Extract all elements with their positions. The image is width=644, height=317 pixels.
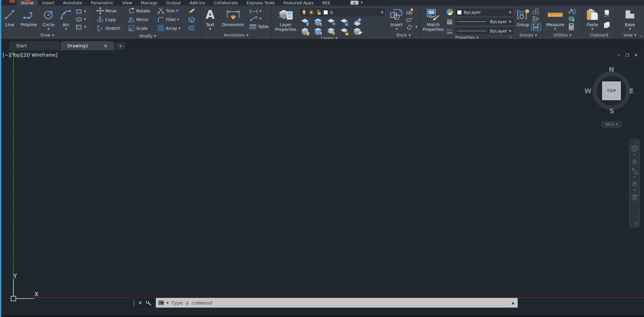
match-properties-button[interactable]: Match Properties: [422, 7, 445, 35]
layer-lock-icon[interactable]: [340, 18, 350, 26]
stretch-button[interactable]: Stretch: [95, 24, 124, 32]
layer-unisolate-icon[interactable]: [314, 27, 324, 36]
viewcube-face-top[interactable]: TOP: [602, 81, 621, 100]
command-input[interactable]: ▼ Type a command ▲: [156, 298, 518, 308]
pan-button[interactable]: [631, 157, 638, 166]
quick-select-button[interactable]: [567, 8, 579, 15]
linetype-icon[interactable]: [446, 28, 453, 34]
polyline-button[interactable]: Polyline: [19, 7, 39, 31]
fillet-button[interactable]: Fillet ▼: [156, 15, 184, 23]
navwheel-caret-icon[interactable]: ▼: [634, 153, 635, 157]
circle-button[interactable]: Circle ▼: [40, 7, 58, 31]
command-recent-caret-icon[interactable]: ▼: [167, 301, 169, 305]
tab-insert[interactable]: Insert: [38, 0, 59, 6]
text-button[interactable]: A Text ▼: [202, 7, 218, 31]
viewcube-west[interactable]: W: [584, 87, 591, 94]
tab-view[interactable]: View: [118, 0, 137, 6]
select-similar-button[interactable]: [567, 15, 579, 22]
tab-collaborate[interactable]: Collaborate: [209, 0, 242, 6]
offset-button[interactable]: [187, 24, 200, 32]
panel-label-annotation[interactable]: Annotation ▼: [201, 31, 271, 39]
create-block-button[interactable]: [405, 8, 418, 15]
quick-calculator-button[interactable]: [567, 23, 579, 31]
group-edit-button[interactable]: [531, 15, 541, 22]
layer-off-icon[interactable]: [301, 18, 311, 26]
tab-ree[interactable]: REE: [318, 0, 335, 6]
file-tab-drawing1[interactable]: Drawing1 ✕: [61, 41, 114, 50]
base-button[interactable]: Base ▼: [621, 7, 639, 31]
quick-access-icon[interactable]: [9, 0, 15, 3]
group-selection-toggle[interactable]: [531, 23, 541, 31]
layer-on-icon[interactable]: [301, 27, 311, 36]
ungroup-button[interactable]: [531, 8, 541, 15]
panel-label-view[interactable]: View ▼ ↘: [616, 31, 644, 39]
quick-access-icon[interactable]: [25, 0, 30, 3]
move-button[interactable]: Move: [95, 7, 124, 15]
panel-label-block[interactable]: Block ▼: [387, 31, 420, 39]
layer-isolate-icon[interactable]: [314, 18, 324, 26]
panel-label-utilities[interactable]: Utilities ▼: [543, 31, 582, 39]
group-button[interactable]: Group: [515, 7, 530, 31]
orbit-caret-icon[interactable]: ▼: [634, 189, 635, 192]
hatch-button[interactable]: ▼: [74, 23, 93, 31]
rotate-button[interactable]: Rotate: [127, 7, 153, 15]
scale-button[interactable]: Scale: [127, 24, 153, 32]
leader-button[interactable]: ▼: [248, 16, 270, 22]
make-current-icon[interactable]: [353, 18, 363, 26]
properties-dialog-launcher-icon[interactable]: ↘: [509, 35, 512, 39]
ribbon-collapse-button[interactable]: ▲: [350, 1, 359, 5]
wcs-dropdown[interactable]: WCS ▼: [601, 121, 622, 127]
linetype-dropdown[interactable]: ByLayer ▼: [455, 27, 514, 35]
viewcube-north[interactable]: N: [609, 66, 614, 73]
customize-wrench-icon[interactable]: [145, 300, 152, 306]
tab-parametric[interactable]: Parametric: [86, 0, 118, 6]
orbit-button[interactable]: [631, 179, 638, 189]
panel-label-modify[interactable]: Modify ▼: [95, 33, 201, 39]
viewport-controls[interactable]: [−][Top][2D Wireframe]: [3, 52, 58, 58]
close-icon[interactable]: ✕: [634, 53, 638, 57]
cut-button[interactable]: [602, 9, 614, 17]
arc-button[interactable]: Arc ▼: [58, 7, 74, 31]
panel-label-draw[interactable]: Draw ▼: [0, 31, 94, 39]
ribbon-collapse-caret-icon[interactable]: ▼: [361, 1, 363, 4]
line-button[interactable]: Line: [1, 7, 18, 31]
trim-button[interactable]: Trim ▼: [156, 7, 184, 15]
lineweight-icon[interactable]: [446, 19, 453, 25]
tab-annotate[interactable]: Annotate: [59, 0, 86, 6]
navbar-close-icon[interactable]: ✕: [636, 141, 638, 144]
navbar-collapse-button[interactable]: [635, 221, 638, 227]
close-drawing-icon[interactable]: ✕: [104, 43, 108, 49]
measure-button[interactable]: Measure ▼: [544, 7, 566, 31]
tab-add-ins[interactable]: Add-ins: [185, 0, 209, 6]
layer-dropdown[interactable]: 0 ▼: [299, 8, 386, 17]
file-tab-start[interactable]: Start: [9, 41, 60, 50]
ellipse-button[interactable]: ▼: [74, 16, 93, 23]
minimize-icon[interactable]: ─: [618, 53, 620, 57]
rectangle-button[interactable]: ▼: [74, 8, 93, 15]
new-drawing-button[interactable]: +: [115, 42, 125, 50]
explode-button[interactable]: [187, 15, 200, 23]
edit-attributes-button[interactable]: [405, 16, 418, 23]
dimension-button[interactable]: Dimension: [218, 7, 248, 31]
layer-freeze-icon[interactable]: [327, 18, 337, 26]
zoom-caret-icon[interactable]: ▼: [634, 176, 635, 179]
layer-unlock-tool-icon[interactable]: [340, 27, 350, 36]
tab-featured-apps[interactable]: Featured Apps: [279, 0, 318, 6]
viewcube-east[interactable]: E: [629, 87, 634, 94]
array-button[interactable]: Array ▼: [156, 24, 184, 32]
tab-manage[interactable]: Manage: [136, 0, 162, 6]
restore-icon[interactable]: ❐: [625, 53, 629, 57]
view-dialog-launcher-icon[interactable]: ↘: [640, 34, 642, 38]
drawing-canvas[interactable]: [−][Top][2D Wireframe] ─ ❐ ✕ N W E S TOP…: [0, 50, 644, 317]
layer-thaw-icon[interactable]: [327, 27, 337, 36]
command-grip-handle[interactable]: [132, 299, 135, 307]
erase-button[interactable]: [187, 7, 200, 15]
mirror-button[interactable]: Mirror: [127, 15, 153, 23]
panel-label-clipboard[interactable]: Clipboard: [582, 31, 616, 39]
copy-clip-button[interactable]: [602, 21, 614, 29]
command-expand-icon[interactable]: ▲: [512, 301, 514, 305]
copy-button[interactable]: Copy: [95, 15, 124, 23]
layer-properties-button[interactable]: Layer Properties: [273, 7, 299, 36]
command-close-icon[interactable]: ✕: [138, 300, 142, 306]
tab-express-tools[interactable]: Express Tools: [242, 0, 279, 6]
